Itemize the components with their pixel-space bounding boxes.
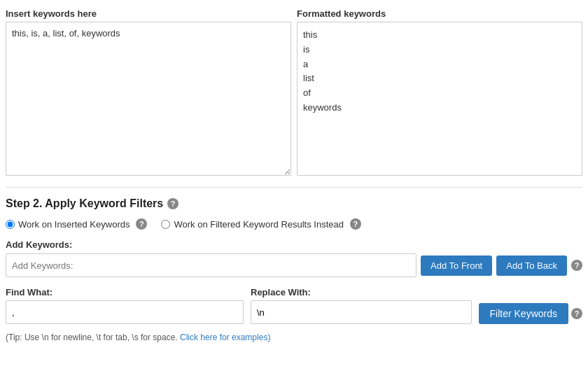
formatted-line: this [303, 28, 576, 43]
top-section: Insert keywords here this, is, a, list, … [6, 8, 582, 176]
replace-input[interactable] [251, 300, 472, 324]
radio-group: Work on Inserted Keywords ? Work on Filt… [6, 218, 582, 230]
find-replace-row: Find What: Replace With: Filter Keywords… [6, 287, 582, 324]
formatted-keywords-box: this is a list of keywords [297, 22, 582, 176]
replace-label: Replace With: [251, 287, 472, 298]
step2-help-icon[interactable]: ? [167, 198, 178, 209]
find-label: Find What: [6, 287, 244, 298]
formatted-line: a [303, 57, 576, 72]
radio-inserted-label: Work on Inserted Keywords [18, 219, 130, 230]
radio-item-filtered[interactable]: Work on Filtered Keyword Results Instead… [161, 218, 361, 230]
add-keywords-input-row: Add To Front Add To Back ? [6, 253, 582, 277]
tip-link[interactable]: Click here for examples) [180, 332, 270, 342]
filter-keywords-help-icon[interactable]: ? [571, 308, 582, 319]
find-group: Find What: [6, 287, 244, 324]
radio-item-inserted[interactable]: Work on Inserted Keywords ? [6, 218, 147, 230]
add-keywords-label: Add Keywords: [6, 239, 582, 250]
insert-keywords-textarea[interactable]: this, is, a, list, of, keywords [6, 22, 291, 176]
add-keywords-row: Add Keywords: Add To Front Add To Back ? [6, 239, 582, 277]
formatted-line: of [303, 86, 576, 101]
tip-row: (Tip: Use \n for newline, \t for tab, \s… [6, 332, 582, 342]
step2-header: Step 2. Apply Keyword Filters ? [6, 197, 582, 210]
radio-filtered-label: Work on Filtered Keyword Results Instead [174, 219, 344, 230]
insert-panel: Insert keywords here this, is, a, list, … [6, 8, 291, 176]
add-to-back-button[interactable]: Add To Back [496, 255, 567, 276]
find-input[interactable] [6, 300, 244, 324]
filter-btn-group: Filter Keywords ? [479, 303, 582, 324]
formatted-line: is [303, 43, 576, 57]
radio-inserted-help-icon[interactable]: ? [136, 218, 147, 230]
add-keywords-input[interactable] [6, 253, 416, 277]
divider [6, 187, 582, 188]
formatted-line: list [303, 71, 576, 86]
insert-panel-label: Insert keywords here [6, 8, 291, 19]
formatted-panel-label: Formatted keywords [297, 8, 582, 19]
add-to-front-button[interactable]: Add To Front [421, 255, 492, 276]
radio-filtered[interactable] [161, 220, 170, 229]
tip-text: (Tip: Use \n for newline, \t for tab, \s… [6, 332, 180, 342]
filter-keywords-button[interactable]: Filter Keywords [479, 303, 568, 324]
add-keywords-help-icon[interactable]: ? [571, 260, 582, 271]
formatted-panel: Formatted keywords this is a list of key… [297, 8, 582, 176]
formatted-line: keywords [303, 101, 576, 115]
step2-title: Step 2. Apply Keyword Filters [6, 197, 163, 210]
radio-inserted[interactable] [6, 220, 15, 229]
replace-group: Replace With: [251, 287, 472, 324]
radio-filtered-help-icon[interactable]: ? [350, 218, 361, 230]
